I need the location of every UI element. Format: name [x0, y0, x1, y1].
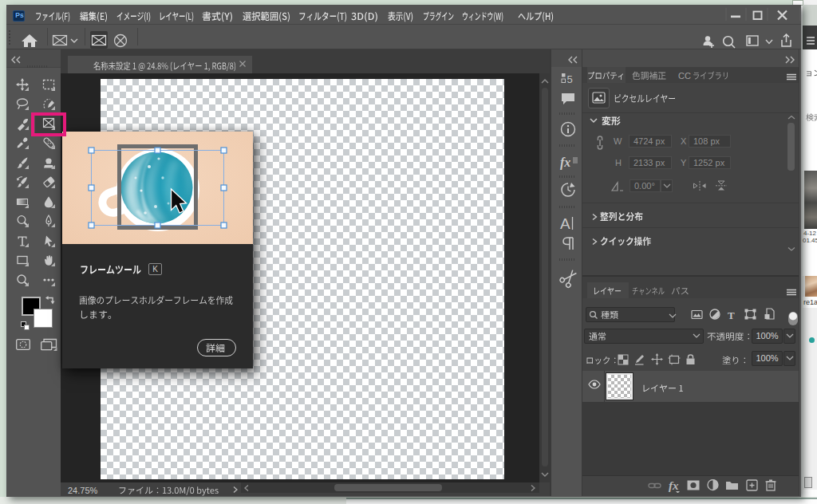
svg-text:CC: CC	[678, 71, 691, 81]
svg-text:T: T	[728, 309, 735, 320]
svg-text:fx: fx	[560, 156, 570, 170]
svg-text:A: A	[560, 215, 570, 232]
svg-text:fx: fx	[669, 479, 679, 492]
svg-text:5: 5	[567, 73, 573, 85]
